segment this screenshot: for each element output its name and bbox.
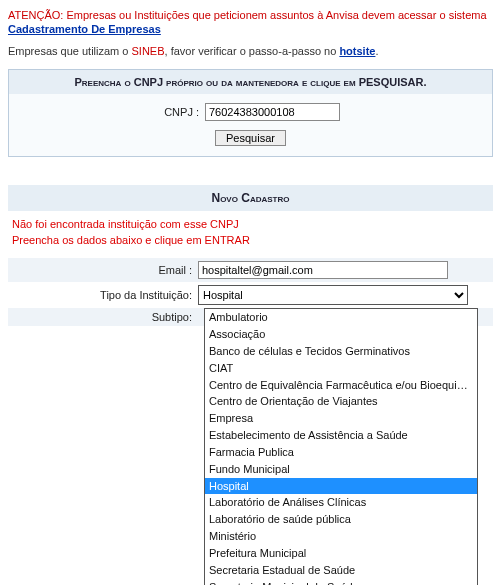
tipo-option[interactable]: Ambulatorio	[205, 309, 477, 326]
tipo-option[interactable]: CIAT	[205, 360, 477, 377]
warning-text: Empresas ou Instituições que peticionem …	[66, 9, 486, 21]
info-pre: Empresas que utilizam o	[8, 45, 132, 57]
novo-cadastro-form: Email : Tipo da Instituição: Hospital Su…	[8, 258, 493, 326]
tipo-select[interactable]: Hospital	[198, 285, 468, 305]
tipo-option[interactable]: Farmacia Publica	[205, 444, 477, 461]
info-line: Empresas que utilizam o SINEB, favor ver…	[8, 45, 493, 57]
cnpj-input[interactable]	[205, 103, 340, 121]
link-cadastramento-empresas[interactable]: Cadastramento De Empresas	[8, 23, 161, 35]
search-panel: Preencha o CNPJ próprio ou da mantenedor…	[8, 69, 493, 157]
info-sineb: SINEB	[132, 45, 165, 57]
error-line-1: Não foi encontrada instituição com esse …	[12, 217, 489, 232]
tipo-option[interactable]: Fundo Municipal	[205, 461, 477, 478]
cnpj-label: CNPJ :	[15, 106, 205, 118]
tipo-option[interactable]: Banco de células e Tecidos Germinativos	[205, 343, 477, 360]
tipo-option[interactable]: Ministério	[205, 528, 477, 545]
search-title-pre: Preencha o	[74, 76, 133, 88]
search-title-end: PESQUISAR.	[359, 76, 427, 88]
email-label: Email :	[8, 264, 198, 276]
tipo-option[interactable]: Empresa	[205, 410, 477, 427]
tipo-dropdown-list[interactable]: AmbulatorioAssociaçãoBanco de células e …	[204, 308, 478, 585]
warning-prefix: ATENÇÃO:	[8, 9, 66, 21]
info-mid: , favor verificar o passo-a-passo no	[165, 45, 340, 57]
tipo-option[interactable]: Secretaria Municipal de Saúde	[205, 579, 477, 585]
subtipo-label: Subtipo:	[8, 311, 198, 323]
tipo-option[interactable]: Centro de Orientação de Viajantes	[205, 393, 477, 410]
tipo-option[interactable]: Centro de Equivalência Farmacêutica e/ou…	[205, 377, 477, 394]
tipo-option[interactable]: Laboratório de Análises Clínicas	[205, 494, 477, 511]
search-title-mid: próprio ou da mantenedora e clique em	[163, 76, 359, 88]
tipo-label: Tipo da Instituição:	[8, 289, 198, 301]
link-hotsite[interactable]: hotsite	[339, 45, 375, 57]
email-input[interactable]	[198, 261, 448, 279]
tipo-option[interactable]: Secretaria Estadual de Saúde	[205, 562, 477, 579]
warning-block: ATENÇÃO: Empresas ou Instituições que pe…	[8, 8, 493, 35]
novo-cadastro-title: Novo Cadastro	[8, 185, 493, 211]
tipo-option[interactable]: Prefeitura Municipal	[205, 545, 477, 562]
search-title-cnpj: CNPJ	[134, 76, 163, 88]
search-panel-title: Preencha o CNPJ próprio ou da mantenedor…	[9, 70, 492, 94]
tipo-option[interactable]: Associação	[205, 326, 477, 343]
error-line-2: Preencha os dados abaixo e clique em ENT…	[12, 233, 489, 248]
tipo-option[interactable]: Estabelecimento de Assistência a Saúde	[205, 427, 477, 444]
tipo-option[interactable]: Hospital	[205, 478, 477, 495]
info-post: .	[375, 45, 378, 57]
error-messages: Não foi encontrada instituição com esse …	[8, 211, 493, 258]
tipo-option[interactable]: Laboratório de saúde pública	[205, 511, 477, 528]
pesquisar-button[interactable]: Pesquisar	[215, 130, 286, 146]
